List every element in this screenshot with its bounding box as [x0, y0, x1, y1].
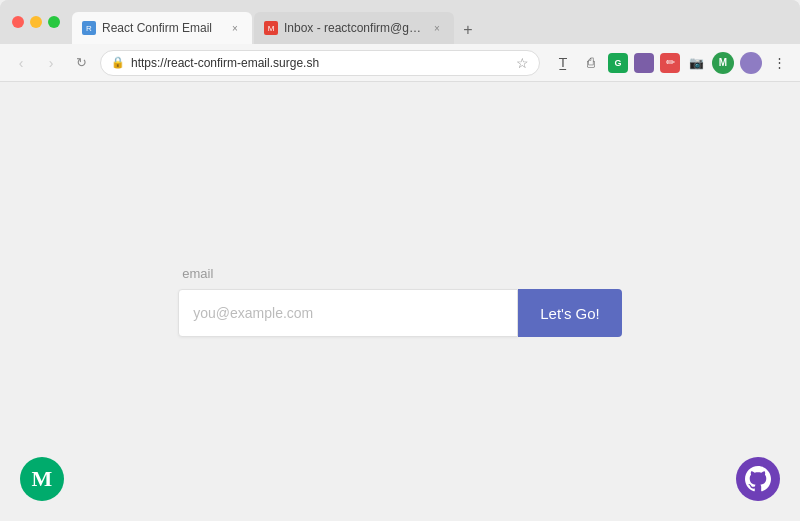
profile-icon[interactable]	[740, 52, 762, 74]
tab-1[interactable]: R React Confirm Email ×	[72, 12, 252, 44]
tabs-area: R React Confirm Email × M Inbox - reactc…	[72, 0, 788, 44]
lock-icon: 🔒	[111, 56, 125, 69]
minimize-button[interactable]	[30, 16, 42, 28]
title-bar: R React Confirm Email × M Inbox - reactc…	[0, 0, 800, 44]
page-content: email Let's Go! M	[0, 82, 800, 521]
refresh-button[interactable]: ↻	[70, 52, 92, 74]
input-row: Let's Go!	[178, 289, 622, 337]
form-area: email Let's Go!	[178, 266, 622, 337]
tab-2-favicon: M	[264, 21, 278, 35]
tab-2-close[interactable]: ×	[430, 21, 444, 35]
address-bar: ‹ › ↻ 🔒 https://react-confirm-email.surg…	[0, 44, 800, 82]
translate-icon[interactable]: T̲	[552, 52, 574, 74]
extension-red[interactable]: ✏	[660, 53, 680, 73]
browser-toolbar-icons: T̲ ⎙ G ✏ 📷 M ⋮	[552, 52, 790, 74]
maximize-button[interactable]	[48, 16, 60, 28]
traffic-lights	[12, 16, 60, 28]
forward-button[interactable]: ›	[40, 52, 62, 74]
submit-button[interactable]: Let's Go!	[518, 289, 622, 337]
extension-green[interactable]: G	[608, 53, 628, 73]
tab-1-close[interactable]: ×	[228, 21, 242, 35]
close-button[interactable]	[12, 16, 24, 28]
medium-logo[interactable]: M	[20, 457, 64, 501]
cast-icon[interactable]: ⎙	[580, 52, 602, 74]
extension-purple-rect[interactable]	[634, 53, 654, 73]
github-logo[interactable]	[736, 457, 780, 501]
user-avatar[interactable]: M	[712, 52, 734, 74]
tab-1-favicon: R	[82, 21, 96, 35]
bookmark-icon[interactable]: ☆	[516, 55, 529, 71]
email-input[interactable]	[193, 305, 503, 321]
new-tab-button[interactable]: +	[454, 16, 482, 44]
url-text: https://react-confirm-email.surge.sh	[131, 56, 510, 70]
email-label: email	[182, 266, 213, 281]
back-button[interactable]: ‹	[10, 52, 32, 74]
url-bar[interactable]: 🔒 https://react-confirm-email.surge.sh ☆	[100, 50, 540, 76]
tab-2-title: Inbox - reactconfirm@gmail.co	[284, 21, 424, 35]
email-input-wrapper	[178, 289, 518, 337]
more-options-icon[interactable]: ⋮	[768, 52, 790, 74]
tab-1-title: React Confirm Email	[102, 21, 222, 35]
tab-2[interactable]: M Inbox - reactconfirm@gmail.co ×	[254, 12, 454, 44]
browser-frame: R React Confirm Email × M Inbox - reactc…	[0, 0, 800, 521]
extension-camera[interactable]: 📷	[686, 53, 706, 73]
